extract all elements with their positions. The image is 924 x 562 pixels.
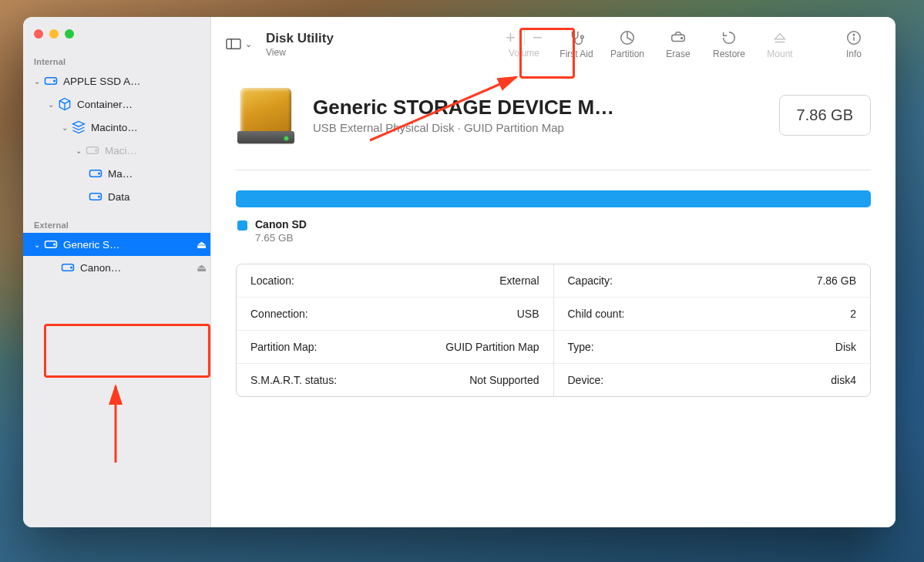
sidebar-item-label: APPLE SSD A… [63, 76, 210, 87]
svg-rect-12 [227, 39, 240, 49]
mount-button: Mount [757, 29, 803, 59]
sidebar-tree-internal: ⌄ APPLE SSD A… ⌄ Container… ⌄ Macinto… ⌄… [23, 69, 210, 208]
usage-bar [236, 190, 871, 207]
sidebar-item-container[interactable]: ⌄ Container… [23, 93, 210, 116]
disk-icon [85, 143, 100, 158]
legend-swatch [237, 220, 247, 231]
toolbar-label: Restore [713, 49, 745, 59]
stethoscope-icon [568, 29, 585, 46]
chevron-down-icon[interactable]: ⌄ [32, 241, 42, 249]
info-row: Child count:2 [554, 297, 871, 330]
svg-point-1 [54, 80, 55, 82]
toolbar-label: Volume [509, 48, 539, 59]
sidebar-item-label: Ma… [108, 168, 210, 180]
capacity-badge: 7.86 GB [779, 95, 871, 136]
restore-button[interactable]: Restore [706, 29, 752, 59]
svg-point-11 [71, 267, 72, 268]
chevron-down-icon[interactable]: ⌄ [74, 146, 83, 155]
legend-name: Canon SD [255, 218, 307, 231]
info-table: Location:External Connection:USB Partiti… [236, 264, 871, 397]
sidebar-item-generic-storage[interactable]: ⌄ Generic S… ⏏ [23, 233, 210, 256]
sidebar-item-label: Canon… [80, 262, 197, 274]
info-row: Type:Disk [554, 330, 871, 363]
toolbar-label: Info [846, 49, 862, 59]
svg-point-21 [853, 34, 854, 35]
chevron-down-icon[interactable]: ⌄ [46, 100, 55, 109]
remove-volume-button: − [533, 30, 543, 45]
info-row: Location:External [237, 264, 553, 297]
disk-utility-window: Internal ⌄ APPLE SSD A… ⌄ Container… ⌄ M… [23, 17, 895, 527]
info-row: Partition Map:GUID Partition Map [237, 330, 553, 363]
svg-point-17 [681, 37, 683, 39]
info-button[interactable]: Info [831, 29, 877, 59]
erase-disk-icon [670, 29, 687, 46]
toolbar-label: First Aid [559, 49, 593, 59]
sidebar-section-internal: Internal [23, 52, 210, 69]
sidebar-item-apple-ssd[interactable]: ⌄ APPLE SSD A… [23, 69, 210, 93]
partition-button[interactable]: Partition [604, 29, 650, 59]
disk-icon [60, 260, 76, 275]
sidebar-item-label: Macinto… [91, 122, 210, 133]
view-menu-button[interactable]: ⌄ [225, 37, 252, 51]
disk-icon [43, 237, 59, 252]
view-label: View [266, 47, 286, 58]
minimize-button[interactable] [49, 29, 59, 39]
pie-icon [619, 29, 636, 46]
info-row: Device:disk4 [554, 363, 871, 396]
first-aid-button[interactable]: First Aid [553, 29, 600, 59]
svg-point-9 [54, 244, 55, 245]
restore-icon [721, 29, 738, 46]
info-row: S.M.A.R.T. status:Not Supported [237, 363, 553, 396]
mount-icon [771, 29, 788, 46]
main-pane: ⌄ Disk Utility View + − Volume First Aid [211, 17, 895, 527]
chevron-down-icon[interactable]: ⌄ [60, 123, 69, 132]
sidebar-item-label: Data [108, 191, 210, 203]
content: Generic STORAGE DEVICE M… USB External P… [211, 71, 895, 527]
svg-point-7 [99, 196, 100, 197]
legend-size: 7.65 GB [255, 232, 307, 244]
volume-buttons: + − Volume [499, 30, 549, 59]
usage-legend: Canon SD 7.65 GB [236, 218, 871, 244]
disk-icon [88, 166, 103, 181]
eject-icon[interactable]: ⏏ [197, 261, 210, 274]
sidebar-item-label: Maci… [105, 145, 210, 156]
sidebar-item-macintosh[interactable]: ⌄ Macinto… [23, 116, 210, 139]
toolbar-label: Erase [666, 49, 690, 59]
divider [236, 170, 871, 170]
erase-button[interactable]: Erase [655, 29, 701, 59]
chevron-down-icon[interactable]: ⌄ [32, 77, 42, 86]
zoom-button[interactable] [65, 29, 74, 39]
svg-point-3 [96, 150, 97, 151]
sidebar-item-data[interactable]: Data [23, 185, 210, 208]
window-controls [23, 25, 210, 52]
chevron-down-icon: ⌄ [245, 39, 252, 49]
sidebar-section-external: External [23, 216, 210, 233]
close-button[interactable] [34, 29, 43, 39]
external-drive-icon [236, 85, 296, 145]
toolbar-label: Mount [767, 49, 792, 59]
svg-point-14 [581, 35, 584, 39]
sidebar: Internal ⌄ APPLE SSD A… ⌄ Container… ⌄ M… [23, 17, 211, 527]
sidebar-item-macintosh-snap[interactable]: ⌄ Maci… [23, 139, 210, 162]
eject-icon[interactable]: ⏏ [197, 238, 210, 251]
container-icon [57, 96, 72, 112]
info-icon [845, 29, 862, 46]
info-col-right: Capacity:7.86 GB Child count:2 Type:Disk… [554, 264, 871, 396]
sidebar-item-label: Generic S… [63, 239, 197, 251]
disk-icon [88, 189, 103, 204]
sidebar-layout-icon [225, 37, 242, 51]
disk-title: Generic STORAGE DEVICE M… [313, 96, 762, 119]
info-row: Connection:USB [237, 297, 553, 330]
sidebar-item-canon-sd[interactable]: Canon… ⏏ [23, 256, 210, 279]
sidebar-tree-external: ⌄ Generic S… ⏏ Canon… ⏏ [23, 233, 210, 279]
add-volume-button: + [506, 30, 516, 45]
toolbar: ⌄ Disk Utility View + − Volume First Aid [211, 17, 895, 71]
toolbar-label: Partition [610, 49, 644, 59]
sidebar-item-ma[interactable]: Ma… [23, 162, 210, 185]
info-col-left: Location:External Connection:USB Partiti… [237, 264, 554, 396]
disk-header: Generic STORAGE DEVICE M… USB External P… [236, 74, 871, 160]
sidebar-item-label: Container… [77, 99, 210, 110]
info-row: Capacity:7.86 GB [554, 264, 871, 297]
volume-stack-icon [71, 119, 86, 135]
disk-icon [43, 73, 59, 89]
